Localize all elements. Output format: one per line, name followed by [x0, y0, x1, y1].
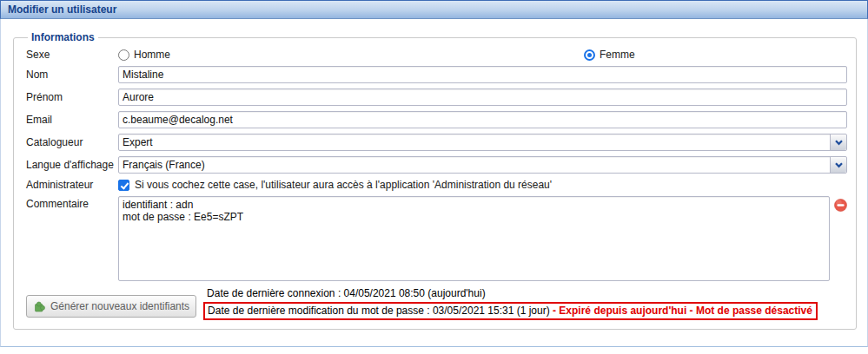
last-connection-text: Date de dernière connexion : 04/05/2021 … — [203, 286, 818, 302]
radio-option-femme[interactable]: Femme — [584, 49, 635, 61]
footer-row: Générer nouveaux identifiants Date de de… — [26, 286, 847, 320]
generate-credentials-label: Générer nouveaux identifiants — [50, 300, 189, 312]
puzzle-icon — [33, 299, 47, 313]
administrateur-label: Administrateur — [26, 179, 118, 191]
radio-homme-label: Homme — [134, 49, 170, 61]
langue-dropdown-trigger[interactable] — [830, 157, 846, 173]
last-password-change-text: Date de dernière modification du mot de … — [208, 305, 553, 317]
catalogueur-label: Catalogueur — [26, 136, 118, 148]
prenom-input[interactable] — [118, 88, 847, 106]
nom-label: Nom — [26, 69, 118, 81]
administrateur-help-text: Si vous cochez cette case, l'utilisateur… — [135, 179, 552, 191]
radio-femme-label: Femme — [600, 49, 635, 61]
password-expiry-box: Date de dernière modification du mot de … — [203, 302, 818, 320]
catalogueur-selected-value: Expert — [119, 134, 830, 150]
commentaire-label: Commentaire — [26, 196, 118, 210]
chevron-down-icon — [835, 162, 843, 168]
row-email: Email — [26, 111, 847, 128]
row-commentaire: Commentaire identifiant : adn mot de pas… — [26, 196, 847, 281]
langue-label: Langue d'affichage — [26, 159, 118, 171]
radio-option-homme[interactable]: Homme — [118, 49, 584, 61]
informations-fieldset: Informations Sexe Homme Femme Nom — [13, 31, 857, 330]
langue-select[interactable]: Français (France) — [118, 156, 847, 174]
email-label: Email — [26, 114, 118, 126]
administrateur-checkbox[interactable] — [118, 180, 129, 191]
generate-credentials-button[interactable]: Générer nouveaux identifiants — [26, 295, 196, 318]
dates-block: Date de dernière connexion : 04/05/2021 … — [203, 286, 818, 320]
remove-icon[interactable] — [834, 199, 847, 212]
row-catalogueur: Catalogueur Expert — [26, 134, 847, 151]
row-prenom: Prénom — [26, 88, 847, 106]
fieldset-legend: Informations — [28, 31, 98, 43]
row-langue: Langue d'affichage Français (France) — [26, 156, 847, 174]
sexe-field: Homme Femme — [118, 49, 847, 61]
langue-selected-value: Français (France) — [119, 157, 830, 173]
password-warning-text: - Expiré depuis aujourd'hui - Mot de pas… — [553, 305, 812, 317]
row-administrateur: Administrateur Si vous cochez cette case… — [26, 179, 847, 191]
catalogueur-dropdown-trigger[interactable] — [830, 134, 846, 150]
radio-femme[interactable] — [584, 49, 595, 61]
email-input[interactable] — [118, 111, 847, 128]
edit-user-panel: Modifier un utilisateur Informations Sex… — [0, 0, 868, 354]
commentaire-textarea[interactable]: identifiant : adn mot de passe : Ee5=sZP… — [118, 196, 830, 281]
row-sexe: Sexe Homme Femme — [26, 49, 847, 61]
prenom-label: Prénom — [26, 91, 118, 103]
chevron-down-icon — [835, 140, 843, 146]
panel-header: Modifier un utilisateur — [0, 0, 868, 19]
panel-body: Informations Sexe Homme Femme Nom — [0, 19, 868, 347]
catalogueur-select[interactable]: Expert — [118, 134, 847, 151]
panel-title: Modifier un utilisateur — [8, 3, 116, 16]
radio-homme[interactable] — [118, 49, 129, 61]
sexe-label: Sexe — [26, 49, 118, 61]
nom-input[interactable] — [118, 66, 847, 83]
row-nom: Nom — [26, 66, 847, 83]
